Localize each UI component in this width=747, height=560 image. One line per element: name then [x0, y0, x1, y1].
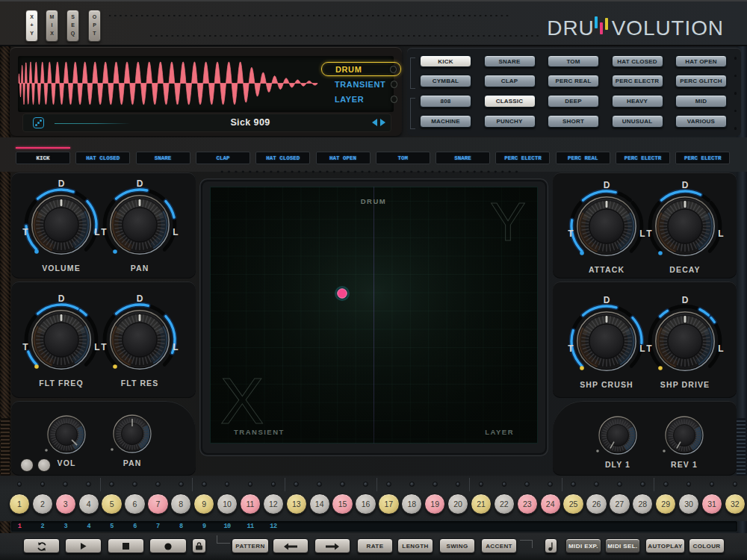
svg-text:D: D: [682, 180, 689, 190]
svg-text:L: L: [173, 227, 178, 237]
svg-text:L: L: [173, 342, 178, 352]
svg-text:T: T: [568, 343, 574, 354]
svg-text:D: D: [682, 295, 689, 305]
svg-text:L: L: [718, 228, 723, 239]
svg-text:T: T: [22, 227, 28, 237]
svg-text:DRUM: DRUM: [361, 197, 387, 205]
svg-text:L: L: [718, 343, 723, 354]
svg-text:LAYER: LAYER: [485, 428, 514, 436]
svg-text:X: X: [220, 364, 264, 438]
svg-text:D: D: [137, 178, 143, 189]
svg-text:Y: Y: [490, 192, 526, 252]
svg-text:T: T: [22, 342, 28, 352]
svg-text:T: T: [101, 227, 107, 237]
svg-text:T: T: [568, 228, 574, 239]
svg-text:D: D: [58, 178, 65, 189]
svg-text:T: T: [646, 343, 652, 354]
svg-text:T: T: [101, 342, 107, 352]
svg-text:D: D: [137, 293, 143, 304]
svg-text:D: D: [58, 293, 65, 304]
svg-text:T: T: [646, 228, 652, 239]
svg-text:D: D: [604, 295, 610, 305]
svg-text:D: D: [604, 180, 610, 190]
